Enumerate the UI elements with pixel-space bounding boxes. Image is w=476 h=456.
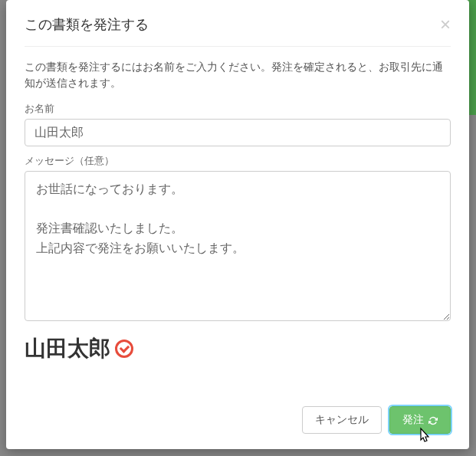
cancel-button[interactable]: キャンセル [302,406,382,434]
close-button[interactable]: × [440,15,451,34]
modal-header: この書類を発注する × [25,15,451,47]
message-textarea[interactable] [25,171,451,321]
refresh-icon [428,415,438,425]
name-input[interactable] [25,119,451,146]
modal-title: この書類を発注する [25,15,149,34]
order-modal: この書類を発注する × この書類を発注するにはお名前をご入力ください。発注を確定… [6,0,469,449]
signature-row: 山田太郎 [25,334,451,363]
signature-name: 山田太郎 [25,334,110,363]
modal-body: この書類を発注するにはお名前をご入力ください。発注を確定されると、お取引先に通知… [25,59,451,363]
submit-button-label: 発注 [402,413,424,427]
name-label: お名前 [25,102,451,116]
submit-button[interactable]: 発注 [389,406,451,434]
modal-description: この書類を発注するにはお名前をご入力ください。発注を確定されると、お取引先に通知… [25,59,451,91]
message-label: メッセージ（任意） [25,154,451,168]
modal-footer: キャンセル 発注 [25,406,451,434]
stamp-check-icon [115,340,133,358]
